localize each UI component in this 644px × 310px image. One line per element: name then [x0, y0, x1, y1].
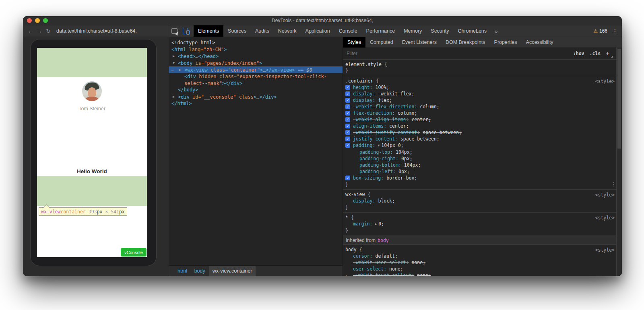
- reload-icon[interactable]: ↻: [44, 28, 53, 34]
- scrollbar-thumb[interactable]: [617, 49, 621, 149]
- css-property[interactable]: ✓align-items:center;: [343, 123, 622, 129]
- tab-chromelens[interactable]: ChromeLens: [453, 25, 491, 37]
- css-property-overridden[interactable]: ✓display:-webkit-flex;: [343, 91, 622, 97]
- css-property[interactable]: cursor:default;: [343, 253, 622, 259]
- shorthand-expand-icon[interactable]: ▼: [378, 144, 380, 147]
- dom-node-doctype[interactable]: <!doctype html>: [169, 39, 343, 46]
- zoom-window-button[interactable]: [43, 18, 48, 23]
- tab-styles[interactable]: Styles: [343, 37, 365, 48]
- property-checkbox[interactable]: ✓: [345, 111, 350, 116]
- tab-security[interactable]: Security: [426, 25, 453, 37]
- property-checkbox[interactable]: ✓: [345, 143, 350, 148]
- tab-memory[interactable]: Memory: [399, 25, 426, 37]
- breadcrumb-body[interactable]: body: [191, 266, 209, 276]
- dom-node-head[interactable]: ▶<head>…</head>: [169, 53, 343, 60]
- expand-icon[interactable]: ▶: [179, 66, 184, 73]
- styles-panel: Styles Computed Event Listeners DOM Brea…: [343, 37, 622, 276]
- more-tabs-icon[interactable]: »: [491, 25, 501, 37]
- expand-icon[interactable]: ▶: [173, 93, 178, 100]
- overflow-dots[interactable]: …: [171, 66, 173, 73]
- new-style-rule-button[interactable]: +: [606, 50, 609, 57]
- css-property-overridden[interactable]: -webkit-user-select:none;: [343, 259, 622, 266]
- css-property-shorthand[interactable]: ✓padding:▼104px 0;: [343, 142, 622, 149]
- css-property-shorthand[interactable]: margin:▶0;: [343, 221, 622, 227]
- url-text[interactable]: data:text/html;charset=utf-8;base64,: [56, 28, 137, 34]
- css-longhand-property[interactable]: padding-left:0px;: [343, 168, 622, 175]
- css-property-overridden[interactable]: ✓-webkit-justify-content:space-between;: [343, 129, 622, 136]
- rule-universal: * { <style> margin:▶0; }: [343, 213, 622, 236]
- shorthand-expand-icon[interactable]: ▶: [375, 222, 377, 226]
- css-property[interactable]: user-select:none;: [343, 266, 622, 272]
- tab-performance[interactable]: Performance: [362, 25, 400, 37]
- property-checkbox[interactable]: ✓: [345, 91, 350, 96]
- inherited-body-link[interactable]: body: [378, 237, 389, 244]
- css-property[interactable]: ✓flex-direction:column;: [343, 110, 622, 116]
- browser-navbar: ← → ↻ data:text/html;charset=utf-8;base6…: [23, 25, 169, 37]
- forward-icon[interactable]: →: [35, 28, 44, 34]
- tab-sources[interactable]: Sources: [223, 25, 251, 37]
- rule-menu-icon[interactable]: ⋮: [611, 181, 616, 188]
- css-longhand-property[interactable]: padding-right:0px;: [343, 155, 622, 162]
- tab-dom-breakpoints[interactable]: DOM Breakpoints: [441, 37, 490, 48]
- style-source-link[interactable]: <style>: [595, 78, 615, 85]
- back-icon[interactable]: ←: [26, 28, 35, 34]
- collapse-icon[interactable]: ▼: [173, 60, 178, 66]
- dom-node-body[interactable]: ▼<body is="pages/index/index">: [169, 60, 343, 66]
- css-property-overridden[interactable]: ✓-webkit-flex-direction:column;: [343, 103, 622, 110]
- tab-console[interactable]: Console: [334, 25, 362, 37]
- css-property-warning[interactable]: ⚠-webkit-touch-callout:none;: [343, 272, 622, 276]
- css-longhand-property[interactable]: padding-top:104px;: [343, 149, 622, 155]
- warnings-badge[interactable]: ⚠ 166: [593, 28, 607, 34]
- tab-event-listeners[interactable]: Event Listeners: [398, 37, 441, 48]
- tab-elements[interactable]: Elements: [194, 25, 223, 37]
- filter-input[interactable]: [346, 50, 568, 57]
- class-toggle-button[interactable]: .cls: [590, 51, 601, 56]
- expand-icon[interactable]: ▶: [173, 53, 178, 60]
- css-property[interactable]: ✓justify-content:space-between;: [343, 136, 622, 142]
- device-toolbar-icon[interactable]: [180, 25, 191, 37]
- css-longhand-property[interactable]: padding-bottom:104px;: [343, 162, 622, 168]
- css-property[interactable]: ✓height:100%;: [343, 84, 622, 91]
- property-checkbox[interactable]: ✓: [345, 117, 350, 122]
- dom-node-html[interactable]: <html lang="zh-CN">: [169, 46, 343, 53]
- dom-node-vconsole-div[interactable]: ▶<div id="__vconsole" class>…</div>: [169, 93, 343, 100]
- css-property[interactable]: ✓display:flex;: [343, 97, 622, 103]
- tab-network[interactable]: Network: [274, 25, 301, 37]
- tab-properties[interactable]: Properties: [490, 37, 522, 48]
- css-property-overridden[interactable]: ✓-webkit-align-items:center;: [343, 116, 622, 123]
- tab-accessibility[interactable]: Accessibility: [522, 37, 558, 48]
- hover-state-button[interactable]: :hov: [573, 51, 584, 56]
- styles-scrollbar[interactable]: [616, 48, 622, 276]
- inspect-element-icon[interactable]: [169, 25, 180, 37]
- dom-node-body-close[interactable]: </body>: [169, 87, 343, 93]
- breadcrumb-html[interactable]: html: [174, 266, 191, 276]
- minimize-window-button[interactable]: [35, 18, 40, 23]
- property-checkbox[interactable]: ✓: [345, 130, 350, 135]
- dom-node-html-close[interactable]: </html>: [169, 100, 343, 107]
- breadcrumb-wx-view-container[interactable]: wx-view.container: [209, 266, 256, 276]
- dom-node-wx-view-selected[interactable]: …▶<wx-view class="container">…</wx-view>…: [169, 66, 343, 73]
- css-property[interactable]: ✓box-sizing:border-box;: [343, 175, 622, 181]
- property-checkbox[interactable]: ✓: [345, 136, 350, 141]
- tab-audits[interactable]: Audits: [251, 25, 274, 37]
- style-source-link[interactable]: <style>: [595, 215, 615, 221]
- vconsole-button[interactable]: vConsole: [121, 248, 147, 256]
- css-property-overridden[interactable]: display:block;: [343, 198, 622, 204]
- desktop: DevTools - data:text/html;charset=utf-8;…: [0, 0, 644, 310]
- property-checkbox[interactable]: ✓: [345, 176, 350, 180]
- tab-application[interactable]: Application: [301, 25, 334, 37]
- close-window-button[interactable]: [27, 18, 32, 23]
- property-checkbox[interactable]: ✓: [345, 124, 350, 128]
- property-checkbox[interactable]: ✓: [345, 98, 350, 103]
- rule-wx-view: wx-view { <style> display:block; }: [343, 190, 622, 213]
- styles-tabbar: Styles Computed Event Listeners DOM Brea…: [343, 37, 622, 48]
- dom-node-mask-div[interactable]: <div hidden class="exparser-inspector-to…: [169, 73, 343, 87]
- property-checkbox[interactable]: ✓: [345, 85, 350, 90]
- devtools-menu-icon[interactable]: ⋮: [611, 28, 619, 34]
- rule-element-style: element.style { }: [343, 60, 622, 76]
- style-source-link[interactable]: <style>: [595, 192, 615, 198]
- style-source-link[interactable]: <style>: [595, 247, 615, 253]
- tab-computed[interactable]: Computed: [365, 37, 398, 48]
- window-title: DevTools - data:text/html;charset=utf-8;…: [272, 18, 373, 23]
- property-checkbox[interactable]: ✓: [345, 104, 350, 109]
